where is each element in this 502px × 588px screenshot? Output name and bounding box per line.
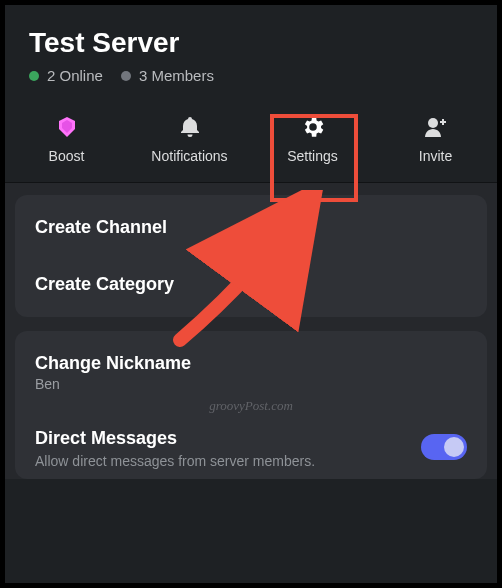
notifications-label: Notifications (151, 148, 227, 164)
status-row: 2 Online 3 Members (29, 67, 473, 84)
create-card: Create Channel Create Category (15, 195, 487, 317)
online-status: 2 Online (29, 67, 103, 84)
svg-point-0 (428, 118, 438, 128)
create-category-button[interactable]: Create Category (15, 256, 487, 313)
change-nickname-label: Change Nickname (35, 353, 467, 374)
bell-icon (177, 114, 203, 140)
boost-icon (54, 114, 80, 140)
user-card: Change Nickname Ben Direct Messages Allo… (15, 331, 487, 479)
create-channel-button[interactable]: Create Channel (15, 199, 487, 256)
dm-description: Allow direct messages from server member… (35, 453, 315, 469)
server-title: Test Server (29, 27, 473, 59)
gear-icon (300, 114, 326, 140)
settings-button[interactable]: Settings (251, 114, 374, 164)
boost-button[interactable]: Boost (5, 114, 128, 164)
members-status: 3 Members (121, 67, 214, 84)
server-header: Test Server 2 Online 3 Members (5, 5, 497, 96)
action-row: Boost Notifications Settings Invite (5, 96, 497, 183)
nickname-value: Ben (35, 376, 467, 392)
online-dot-icon (29, 71, 39, 81)
settings-label: Settings (287, 148, 338, 164)
members-dot-icon (121, 71, 131, 81)
online-count: 2 Online (47, 67, 103, 84)
dm-toggle[interactable] (421, 434, 467, 460)
direct-messages-row: Direct Messages Allow direct messages fr… (15, 410, 487, 475)
invite-label: Invite (419, 148, 452, 164)
add-user-icon (423, 114, 449, 140)
change-nickname-button[interactable]: Change Nickname Ben (15, 335, 487, 410)
members-count: 3 Members (139, 67, 214, 84)
invite-button[interactable]: Invite (374, 114, 497, 164)
boost-label: Boost (49, 148, 85, 164)
dm-title: Direct Messages (35, 428, 315, 449)
notifications-button[interactable]: Notifications (128, 114, 251, 164)
